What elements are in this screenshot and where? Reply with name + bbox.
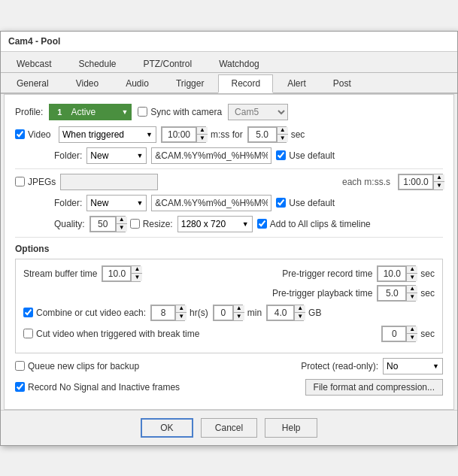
tab-alert[interactable]: Alert <box>274 74 319 92</box>
tab-post[interactable]: Post <box>320 74 364 92</box>
video-time-spin[interactable]: ▲ ▼ <box>161 126 206 143</box>
pre-trigger-record-sec: sec <box>420 268 435 279</box>
options-section-label: Options <box>15 244 443 254</box>
combine-hrs-spin-btns: ▲ ▼ <box>175 305 187 320</box>
jpegs-folder-dropdown[interactable]: New ▼ <box>86 195 147 211</box>
video-duration-spin[interactable]: ▲ ▼ <box>247 126 287 143</box>
video-time-up-btn[interactable]: ▲ <box>197 127 208 135</box>
jpegs-rate-dropdown[interactable] <box>60 174 158 190</box>
stream-buffer-up-btn[interactable]: ▲ <box>132 266 142 274</box>
combine-hrs-up-btn[interactable]: ▲ <box>176 305 187 313</box>
tab-general[interactable]: General <box>4 74 62 92</box>
cut-trigger-input[interactable] <box>382 326 406 341</box>
combine-hrs-input[interactable] <box>151 305 175 320</box>
combine-hrs-spin[interactable]: ▲ ▼ <box>150 305 185 321</box>
ok-button[interactable]: OK <box>141 418 193 438</box>
combine-checkbox-label[interactable]: Combine or cut video each: <box>23 308 146 318</box>
profile-dropdown[interactable]: 1 Active ▼ <box>49 104 132 120</box>
jpegs-down-btn[interactable]: ▼ <box>434 181 444 189</box>
video-folder-dropdown[interactable]: New ▼ <box>86 147 147 164</box>
tab-audio[interactable]: Audio <box>113 74 162 92</box>
tab-record[interactable]: Record <box>218 74 273 93</box>
tab-watchdog[interactable]: Watchdog <box>206 55 272 72</box>
sync-camera-label[interactable]: Sync with camera <box>138 107 222 117</box>
main-window: Cam4 - Pool Webcast Schedule PTZ/Control… <box>0 31 458 446</box>
combine-hrs-down-btn[interactable]: ▼ <box>176 312 187 320</box>
cut-trigger-sec: sec <box>420 329 435 339</box>
combine-gb-input[interactable] <box>267 305 294 320</box>
tab-trigger[interactable]: Trigger <box>163 74 217 92</box>
queue-checkbox-label[interactable]: Queue new clips for backup <box>15 361 139 371</box>
tab-video[interactable]: Video <box>63 74 111 92</box>
video-duration-down-btn[interactable]: ▼ <box>278 134 288 142</box>
video-duration-spin-buttons: ▲ ▼ <box>277 127 288 142</box>
help-button[interactable]: Help <box>265 418 317 438</box>
add-clips-label[interactable]: Add to All clips & timeline <box>257 219 371 229</box>
pre-trigger-record-spin[interactable]: ▲ ▼ <box>377 265 416 282</box>
queue-checkbox[interactable] <box>15 361 25 371</box>
protect-dropdown[interactable]: No ▼ <box>383 358 443 374</box>
combine-min-up-btn[interactable]: ▲ <box>234 305 244 313</box>
add-clips-checkbox[interactable] <box>257 219 267 229</box>
cut-trigger-up-btn[interactable]: ▲ <box>407 326 417 334</box>
video-duration-input[interactable] <box>248 127 277 142</box>
combine-gb-spin[interactable]: ▲ ▼ <box>266 305 304 321</box>
stream-buffer-spin[interactable]: ▲ ▼ <box>102 265 141 282</box>
video-use-default-checkbox[interactable] <box>276 150 286 160</box>
jpegs-value-spin[interactable]: ▲ ▼ <box>398 174 443 190</box>
cut-trigger-checkbox-label[interactable]: Cut video when triggered with break time <box>23 329 199 339</box>
jpegs-use-default-label[interactable]: Use default <box>276 198 335 208</box>
sync-camera-checkbox[interactable] <box>138 107 147 117</box>
cut-trigger-spin[interactable]: ▲ ▼ <box>381 326 416 342</box>
jpegs-use-default-checkbox[interactable] <box>276 198 286 208</box>
cut-trigger-checkbox[interactable] <box>23 329 33 338</box>
video-time-down-btn[interactable]: ▼ <box>197 134 208 142</box>
window-title: Cam4 - Pool <box>8 36 60 47</box>
record-signal-checkbox-label[interactable]: Record No Signal and Inactive frames <box>15 382 180 393</box>
quality-up-btn[interactable]: ▲ <box>117 217 127 224</box>
quality-input[interactable] <box>90 217 116 232</box>
jpegs-up-btn[interactable]: ▲ <box>434 174 444 182</box>
resize-checkbox[interactable] <box>130 219 140 229</box>
pre-trigger-playback-spin[interactable]: ▲ ▼ <box>377 285 416 302</box>
stream-buffer-input[interactable] <box>102 266 131 281</box>
combine-min-input[interactable] <box>214 305 233 320</box>
jpegs-checkbox-label[interactable]: JPEGs <box>15 177 56 187</box>
pre-trigger-record-input[interactable] <box>378 266 406 281</box>
combine-checkbox[interactable] <box>23 308 33 317</box>
video-checkbox[interactable] <box>15 129 25 139</box>
pre-trigger-record-down-btn[interactable]: ▼ <box>407 273 417 281</box>
combine-gb-down-btn[interactable]: ▼ <box>295 312 305 320</box>
video-checkbox-label[interactable]: Video <box>15 129 54 140</box>
resize-label[interactable]: Resize: <box>130 219 173 229</box>
video-folder-path[interactable] <box>151 147 271 164</box>
pre-trigger-record-up-btn[interactable]: ▲ <box>407 266 417 274</box>
cut-trigger-down-btn[interactable]: ▼ <box>407 333 417 341</box>
quality-down-btn[interactable]: ▼ <box>117 223 127 232</box>
combine-min-spin[interactable]: ▲ ▼ <box>213 305 243 321</box>
combine-min-down-btn[interactable]: ▼ <box>234 312 244 320</box>
file-format-btn[interactable]: File format and compression... <box>305 379 443 396</box>
resize-dropdown[interactable]: 1280 x 720 ▼ <box>177 216 253 232</box>
jpegs-checkbox[interactable] <box>15 177 25 186</box>
video-use-default-label[interactable]: Use default <box>276 150 335 161</box>
tab-ptz[interactable]: PTZ/Control <box>131 55 205 72</box>
cancel-button[interactable]: Cancel <box>201 418 257 438</box>
cam-select[interactable]: Cam5 <box>228 104 288 120</box>
tab-schedule[interactable]: Schedule <box>65 55 129 72</box>
video-duration-up-btn[interactable]: ▲ <box>278 127 288 135</box>
pre-trigger-playback-up-btn[interactable]: ▲ <box>407 286 417 293</box>
stream-buffer-down-btn[interactable]: ▼ <box>132 273 142 281</box>
video-time-input[interactable] <box>162 127 196 142</box>
video-trigger-dropdown[interactable]: When triggered ▼ <box>59 126 156 143</box>
video-sec-label: sec <box>291 129 305 140</box>
record-signal-checkbox[interactable] <box>15 382 25 392</box>
quality-spin[interactable]: ▲ ▼ <box>89 216 126 232</box>
pre-trigger-playback-down-btn[interactable]: ▼ <box>407 293 417 301</box>
pre-trigger-playback-input[interactable] <box>378 286 406 301</box>
combine-gb-up-btn[interactable]: ▲ <box>295 305 305 313</box>
jpegs-value-input[interactable] <box>399 174 433 189</box>
video-folder-arrow-icon: ▼ <box>136 152 143 159</box>
tab-webcast[interactable]: Webcast <box>4 55 64 72</box>
jpegs-folder-path[interactable] <box>151 195 271 211</box>
